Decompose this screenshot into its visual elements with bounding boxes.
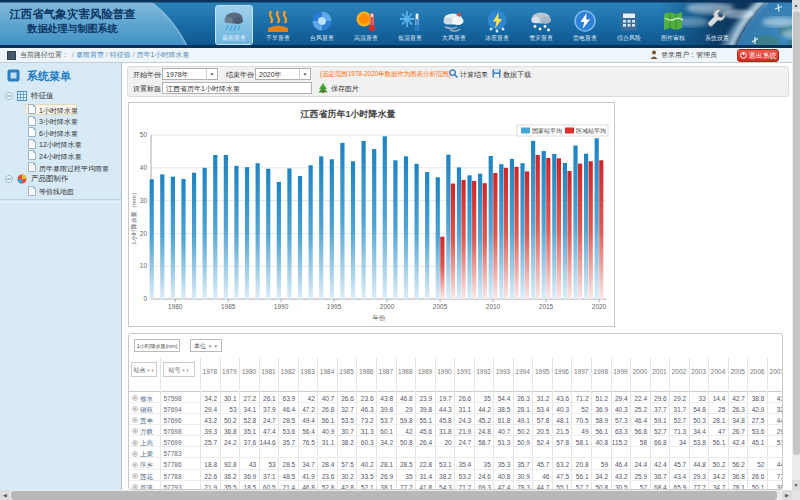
- svg-text:2000: 2000: [380, 303, 395, 310]
- svg-text:国家站平均: 国家站平均: [532, 127, 562, 135]
- svg-text:年份: 年份: [373, 314, 387, 322]
- svg-text:江西省历年1小时降水量: 江西省历年1小时降水量: [299, 109, 395, 119]
- svg-text:1980: 1980: [168, 303, 183, 310]
- svg-text:10: 10: [140, 262, 148, 269]
- svg-text:2010: 2010: [486, 303, 501, 310]
- svg-text:50: 50: [140, 131, 148, 138]
- svg-text:40: 40: [140, 164, 148, 171]
- svg-text:2005: 2005: [433, 303, 448, 310]
- svg-text:0: 0: [143, 295, 147, 302]
- svg-text:1小时降水量（mm）: 1小时降水量（mm）: [130, 189, 138, 244]
- svg-text:1990: 1990: [274, 303, 289, 310]
- svg-text:30: 30: [140, 197, 148, 204]
- svg-text:20: 20: [140, 230, 148, 237]
- svg-text:2015: 2015: [539, 303, 554, 310]
- svg-text:2020: 2020: [592, 303, 607, 310]
- svg-text:区域站平均: 区域站平均: [576, 127, 606, 135]
- svg-text:1995: 1995: [327, 303, 342, 310]
- svg-text:1985: 1985: [221, 303, 236, 310]
